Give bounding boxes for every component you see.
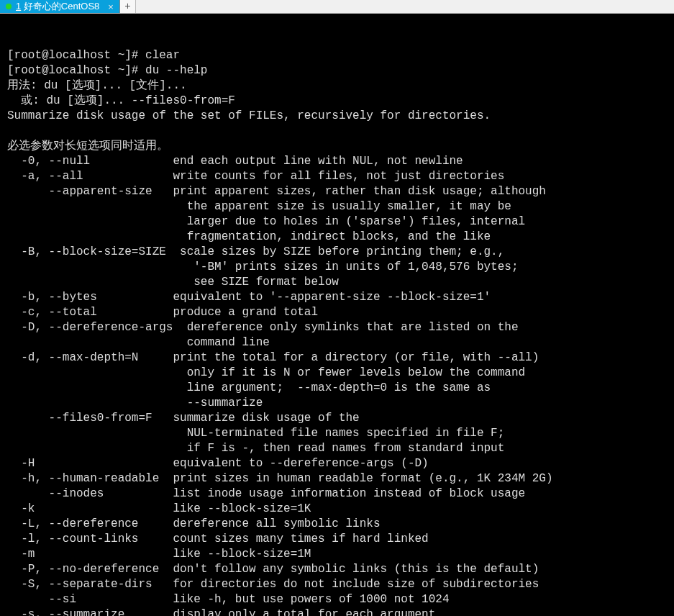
add-tab-button[interactable]: + (120, 0, 136, 13)
tab-title: 1 好奇心的CentOS8 (16, 0, 99, 13)
terminal-output: [root@localhost ~]# clear [root@localhos… (7, 48, 667, 616)
session-tab[interactable]: 1 好奇心的CentOS8 × (0, 0, 120, 13)
terminal-pane[interactable]: [root@localhost ~]# clear [root@localhos… (0, 14, 674, 616)
status-dot-icon (6, 4, 12, 9)
tab-bar: 1 好奇心的CentOS8 × + (0, 0, 674, 14)
close-icon[interactable]: × (108, 1, 114, 12)
plus-icon: + (124, 1, 130, 12)
tab-title-rest: 好奇心的CentOS8 (21, 1, 99, 12)
app-window: 1 好奇心的CentOS8 × + [root@localhost ~]# cl… (0, 0, 674, 616)
